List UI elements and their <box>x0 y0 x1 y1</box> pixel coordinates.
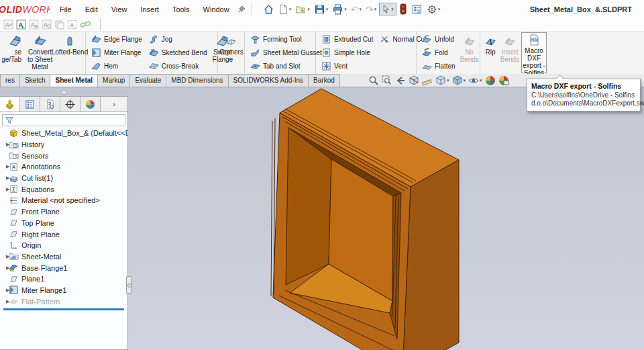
zoom-area-button[interactable] <box>381 75 393 86</box>
tree-item-front-plane[interactable]: Front Plane <box>0 206 127 218</box>
panel-resize-grip[interactable] <box>126 276 131 294</box>
cross-break-button[interactable]: Cross-Break <box>147 60 209 73</box>
tab-markup[interactable]: Markup <box>97 74 130 87</box>
tree-item-annotations[interactable]: ▶ A Annotations <box>0 161 127 173</box>
apply-scene-button[interactable] <box>498 75 510 86</box>
tab-configurations[interactable] <box>40 97 60 112</box>
tab-display-manager[interactable] <box>80 97 101 112</box>
tab-barkod[interactable]: Barkod <box>308 74 340 87</box>
tab-solidworks-add-ins[interactable]: SOLIDWORKS Add-Ins <box>228 74 309 87</box>
jog-button[interactable]: Jog <box>147 33 209 46</box>
tree-item-flat-pattern[interactable]: ▶ Flat-Pattern <box>0 296 127 307</box>
tree-item-sheet-metal-folder[interactable]: ▶ Sheet-Metal <box>0 251 127 263</box>
tree-item-top-plane[interactable]: Top Plane <box>0 218 127 229</box>
expand-arrow[interactable]: ▶ <box>0 142 9 147</box>
options-list-button[interactable] <box>410 3 424 15</box>
note-add-icon[interactable]: A <box>29 19 39 30</box>
macro-dxf-export-button[interactable]: DXF Macro DXF export - Solfins <box>521 32 547 73</box>
expand-arrow[interactable]: ▶ <box>0 164 9 169</box>
tree-item-origin[interactable]: Origin <box>0 240 127 251</box>
display-style-button[interactable]: ▾ <box>451 75 467 86</box>
copy-format-icon[interactable] <box>54 19 64 30</box>
menu-edit[interactable]: Edit <box>79 3 104 15</box>
expand-arrow[interactable]: ▶ <box>0 288 9 293</box>
miter-flange-button[interactable]: Miter Flange <box>89 46 144 59</box>
unfold-button[interactable]: Unfold <box>420 33 458 46</box>
note-insert-icon[interactable]: A <box>16 19 26 30</box>
tree-item-material[interactable]: Material <not specified> <box>0 195 127 206</box>
tree-item-base-flange1[interactable]: ▶ Base-Flange1 <box>0 262 127 273</box>
menu-insert[interactable]: Insert <box>134 3 165 15</box>
tab-sheet-metal[interactable]: Sheet Metal <box>50 74 98 87</box>
base-flange-tab-button[interactable]: se ge/Tab <box>2 32 23 73</box>
hide-show-items-button[interactable]: ▾ <box>468 75 483 86</box>
rebuild-button[interactable] <box>398 3 409 15</box>
fold-button[interactable]: Fold <box>420 46 458 59</box>
tree-item-history[interactable]: ▶ History <box>0 139 127 150</box>
tree-item-cut-list[interactable]: ▶ Cut list(1) <box>0 173 127 184</box>
tree-item-sensors[interactable]: Sensors <box>0 150 127 161</box>
extruded-cut-button[interactable]: Extruded Cut <box>319 33 375 46</box>
svg-text:A: A <box>31 21 36 28</box>
panel-splitter-handle[interactable] <box>62 90 66 95</box>
rollback-bar[interactable] <box>3 308 124 310</box>
tab-features[interactable]: res <box>0 74 20 87</box>
edge-flange-button[interactable]: Edge Flange <box>89 33 144 46</box>
simple-hole-button[interactable]: Simple Hole <box>319 46 375 59</box>
sheet-metal-gusset-button[interactable]: Sheet Metal Gusset <box>248 46 324 59</box>
rip-button[interactable]: Rip <box>482 32 498 73</box>
tab-mbd-dimensions[interactable]: MBD Dimensions <box>166 74 228 87</box>
undo-button[interactable]: ↶ ▾ <box>350 5 363 14</box>
expand-arrow[interactable]: ▶ <box>0 265 9 271</box>
tab-sketch[interactable]: Sketch <box>19 74 51 87</box>
forming-tool-button[interactable]: Forming Tool <box>248 33 324 46</box>
tree-item-miter-flange1[interactable]: ▶ Miter Flange1 <box>0 285 127 296</box>
home-button[interactable] <box>262 3 276 15</box>
panel-tabs-overflow[interactable]: › <box>101 97 127 112</box>
tree-filter-input[interactable] <box>2 114 125 126</box>
tree-root-part[interactable]: Sheet_Metal_Box_& (Default<<Default> <box>0 128 127 139</box>
expand-arrow[interactable]: ▶ <box>0 175 9 181</box>
redo-button[interactable]: ↷ ▾ <box>364 5 378 14</box>
menu-file[interactable]: File <box>54 3 78 15</box>
menu-tools[interactable]: Tools <box>166 3 196 15</box>
tab-feature-tree[interactable] <box>0 97 20 112</box>
lofted-bend-button[interactable]: Lofted-Bend <box>56 32 83 73</box>
pin-menu-button[interactable] <box>235 4 248 15</box>
corners-button[interactable]: Corners ▾ <box>220 32 243 73</box>
expand-arrow[interactable]: ▶ <box>0 299 9 304</box>
expand-arrow[interactable]: ▶ <box>0 254 9 259</box>
menu-view[interactable]: View <box>105 3 133 15</box>
tab-evaluate[interactable]: Evaluate <box>129 74 166 87</box>
sketched-bend-button[interactable]: Sketched Bend <box>147 46 209 59</box>
hem-button[interactable]: Hem <box>89 60 144 73</box>
tab-property-manager[interactable] <box>20 97 40 112</box>
tab-and-slot-button[interactable]: Tab and Slot <box>248 60 324 73</box>
tree-item-plane1[interactable]: Plane1 <box>0 273 127 285</box>
section-view-button[interactable] <box>408 75 420 86</box>
zoom-fit-button[interactable] <box>368 75 380 86</box>
open-document-button[interactable]: ▾ <box>294 3 311 15</box>
note-attach-icon[interactable]: A <box>42 19 52 30</box>
corners-dropdown[interactable]: ▾ <box>231 56 233 63</box>
tree-item-right-plane[interactable]: Right Plane <box>0 228 127 240</box>
vent-button[interactable]: Vent <box>319 60 375 73</box>
note-edit-icon[interactable]: A <box>3 19 13 30</box>
flatten-button[interactable]: Flatten <box>420 60 458 73</box>
link-icon[interactable] <box>80 19 91 30</box>
settings-button[interactable]: ▾ <box>425 3 442 15</box>
edit-appearance-button[interactable] <box>484 75 496 86</box>
print-button[interactable]: ▾ <box>331 3 348 15</box>
ribbon-group-base: se ge/Tab Convert to Sheet Metal Lofted-… <box>0 32 86 74</box>
measure-button[interactable] <box>421 75 433 86</box>
view-orientation-button[interactable]: ▾ <box>435 75 450 86</box>
select-tool-button[interactable]: ▾ <box>379 3 396 15</box>
menu-window[interactable]: Window <box>197 3 235 15</box>
new-document-button[interactable]: ▾ <box>277 3 293 15</box>
previous-view-button[interactable] <box>394 75 407 86</box>
save-button[interactable]: ▾ <box>313 3 330 15</box>
auto-text-icon[interactable]: A <box>67 19 77 30</box>
tree-item-equations[interactable]: ▶ Σ Equations <box>0 183 127 195</box>
expand-arrow[interactable]: ▶ <box>0 187 9 192</box>
tab-dimxpert[interactable] <box>60 97 80 112</box>
